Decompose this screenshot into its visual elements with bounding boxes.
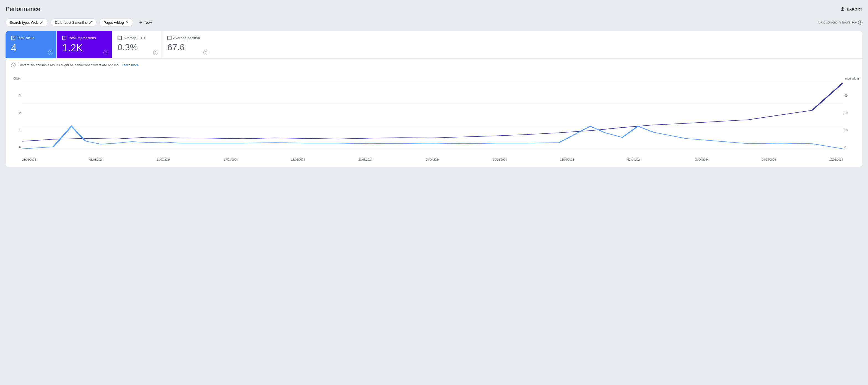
x-label-3: 11/03/2024 bbox=[157, 158, 170, 161]
clicks-label: Total clicks bbox=[17, 36, 34, 40]
date-label: Date: Last 3 months bbox=[55, 21, 87, 25]
x-label-2: 05/03/2024 bbox=[89, 158, 103, 161]
metric-impressions-header: Total impressions bbox=[62, 36, 106, 40]
ctr-checkbox[interactable] bbox=[118, 36, 122, 40]
date-chip[interactable]: Date: Last 3 months bbox=[51, 19, 96, 27]
page-chip[interactable]: Page: +/blog ✕ bbox=[99, 18, 133, 27]
edit-icon bbox=[40, 21, 44, 24]
clicks-value: 4 bbox=[11, 42, 51, 54]
clicks-checkbox[interactable] bbox=[11, 36, 15, 40]
position-checkbox[interactable] bbox=[167, 36, 172, 40]
y-right-label-title: Impressions bbox=[844, 77, 860, 80]
x-label-9: 16/04/2024 bbox=[560, 158, 574, 161]
x-label-5: 23/03/2024 bbox=[291, 158, 305, 161]
metric-position-header: Average position bbox=[167, 36, 206, 40]
edit-icon-date bbox=[89, 21, 92, 24]
clicks-help-icon[interactable]: ? bbox=[48, 50, 53, 55]
impressions-value: 1.2K bbox=[62, 42, 106, 54]
y-left-1: 1 bbox=[19, 129, 21, 132]
position-label: Average position bbox=[173, 36, 200, 40]
metric-avg-position[interactable]: Average position 67.6 ? bbox=[162, 31, 212, 58]
help-circle-icon: ? bbox=[858, 20, 863, 25]
y-right-30: 30 bbox=[844, 129, 847, 132]
y-left-3: 3 bbox=[19, 94, 21, 97]
impressions-line bbox=[22, 83, 843, 141]
search-type-chip[interactable]: Search type: Web bbox=[5, 19, 48, 27]
y-left-0: 0 bbox=[19, 146, 21, 149]
impressions-help-icon[interactable]: ? bbox=[103, 50, 108, 55]
filters-left: Search type: Web Date: Last 3 months Pag… bbox=[5, 18, 155, 27]
learn-more-link[interactable]: Learn more bbox=[122, 63, 138, 67]
x-label-7: 04/04/2024 bbox=[426, 158, 439, 161]
y-left-label-title: Clicks bbox=[13, 77, 21, 80]
chart-section: i Chart totals and table results might b… bbox=[5, 59, 863, 167]
impressions-label: Total impressions bbox=[68, 36, 96, 40]
chart-notice-text: Chart totals and table results might be … bbox=[18, 63, 120, 67]
export-button[interactable]: EXPORT bbox=[840, 7, 863, 11]
ctr-help-icon[interactable]: ? bbox=[153, 50, 158, 55]
x-label-10: 22/04/2024 bbox=[627, 158, 641, 161]
y-axis-left: Clicks 3 2 1 0 bbox=[11, 77, 21, 149]
metric-total-clicks[interactable]: Total clicks 4 ? bbox=[5, 31, 57, 58]
chart-notice: i Chart totals and table results might b… bbox=[11, 63, 857, 67]
chart-svg bbox=[22, 81, 843, 149]
y-right-90: 90 bbox=[844, 94, 847, 97]
new-filter-button[interactable]: New bbox=[136, 19, 155, 26]
new-filter-label: New bbox=[145, 21, 152, 25]
y-right-60: 60 bbox=[844, 112, 847, 115]
x-label-11: 28/04/2024 bbox=[695, 158, 709, 161]
search-type-label: Search type: Web bbox=[10, 21, 38, 25]
info-icon: i bbox=[11, 63, 16, 67]
metric-clicks-header: Total clicks bbox=[11, 36, 51, 40]
metric-ctr-header: Average CTR bbox=[118, 36, 156, 40]
last-updated: Last updated: 9 hours ago ? bbox=[818, 20, 863, 25]
ctr-label: Average CTR bbox=[123, 36, 145, 40]
position-value: 67.6 bbox=[167, 42, 206, 53]
page-header: Performance EXPORT bbox=[5, 5, 863, 13]
main-card: Total clicks 4 ? Total impressions 1.2K … bbox=[5, 31, 863, 167]
x-label-8: 10/04/2024 bbox=[493, 158, 507, 161]
x-label-4: 17/03/2024 bbox=[224, 158, 238, 161]
position-help-icon[interactable]: ? bbox=[203, 50, 208, 55]
x-label-12: 04/05/2024 bbox=[762, 158, 776, 161]
x-label-1: 28/02/2024 bbox=[22, 158, 36, 161]
add-icon bbox=[138, 20, 143, 25]
ctr-value: 0.3% bbox=[118, 42, 156, 53]
page-title: Performance bbox=[5, 5, 40, 13]
y-left-2: 2 bbox=[19, 112, 21, 115]
x-axis-labels: 28/02/2024 05/03/2024 11/03/2024 17/03/2… bbox=[22, 158, 843, 161]
page-label: Page: +/blog bbox=[103, 21, 124, 25]
y-right-0: 0 bbox=[844, 146, 846, 149]
metrics-row: Total clicks 4 ? Total impressions 1.2K … bbox=[5, 31, 863, 59]
filters-bar: Search type: Web Date: Last 3 months Pag… bbox=[5, 18, 863, 27]
impressions-checkbox[interactable] bbox=[62, 36, 66, 40]
metric-total-impressions[interactable]: Total impressions 1.2K ? bbox=[57, 31, 112, 58]
page-chip-close[interactable]: ✕ bbox=[126, 20, 129, 25]
export-icon bbox=[840, 7, 845, 11]
x-label-6: 29/03/2024 bbox=[359, 158, 372, 161]
chart-container: Clicks 3 2 1 0 Impressions 90 60 30 0 bbox=[11, 73, 857, 161]
y-axis-right: Impressions 90 60 30 0 bbox=[844, 77, 857, 149]
x-label-13: 10/05/2024 bbox=[829, 158, 843, 161]
metric-avg-ctr[interactable]: Average CTR 0.3% ? bbox=[112, 31, 162, 58]
